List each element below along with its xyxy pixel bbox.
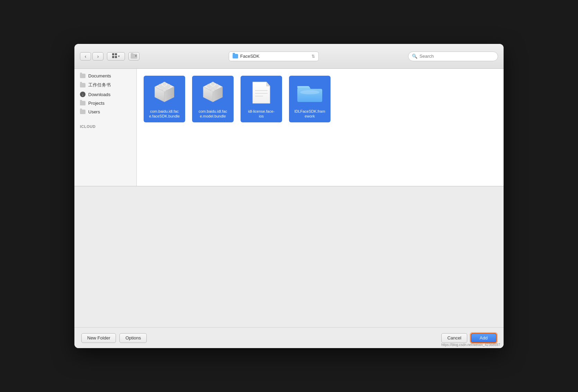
folder-icon [80, 74, 85, 78]
svg-text:+: + [135, 54, 137, 58]
svg-point-26 [300, 90, 319, 94]
add-button[interactable]: Add [471, 333, 497, 343]
svg-point-9 [163, 82, 166, 85]
sidebar-item-label: Users [88, 109, 100, 114]
bundle-icon [199, 78, 227, 106]
bottom-left-buttons: New Folder Options [81, 333, 147, 343]
bottom-right-buttons: Cancel Add [441, 333, 497, 343]
sidebar-item-label: Projects [88, 101, 105, 106]
folder-icon [80, 101, 85, 105]
svg-rect-2 [112, 56, 114, 58]
download-icon: ↓ [80, 92, 85, 97]
file-item[interactable]: com.baidu.idl.face.model.bundle [192, 76, 234, 122]
file-label: idl-license.face-ios [247, 108, 276, 120]
location-bar[interactable]: FaceSDK ⇅ [229, 52, 319, 61]
file-label: com.baidu.idl.face.model.bundle [197, 108, 229, 120]
location-content: FaceSDK [233, 54, 260, 59]
nav-buttons: ‹ › [80, 52, 103, 60]
toolbar: ‹ › ▾ + [74, 44, 504, 69]
new-folder-button[interactable]: New Folder [81, 333, 116, 343]
svg-rect-0 [112, 53, 114, 55]
svg-point-13 [163, 88, 166, 92]
bottom-bar: New Folder Options Cancel Add [74, 327, 504, 348]
svg-point-18 [211, 82, 215, 85]
grid-icon [112, 53, 117, 59]
sidebar-item-label: Documents [88, 73, 111, 78]
sidebar-item-downloads[interactable]: ↓ Downloads [74, 90, 136, 99]
file-label: com.baidu.idl.face.faceSDK.bundle [148, 108, 181, 120]
bundle-icon [151, 78, 178, 106]
file-item[interactable]: IDLFaceSDK.framework [289, 76, 331, 122]
forward-button[interactable]: › [92, 52, 103, 60]
folder-blue-icon [296, 78, 324, 106]
file-label: IDLFaceSDK.framework [293, 108, 326, 120]
svg-rect-1 [115, 53, 117, 55]
location-folder-icon [233, 54, 238, 58]
svg-rect-3 [115, 56, 117, 58]
lower-pane [74, 186, 504, 327]
options-button[interactable]: Options [119, 333, 147, 343]
search-input[interactable] [419, 54, 494, 59]
dialog-split: Documents 工作任务书 ↓ Downloads Projects Use… [74, 69, 504, 327]
sidebar-item-tasks[interactable]: 工作任务书 [74, 80, 136, 90]
sidebar: Documents 工作任务书 ↓ Downloads Projects Use… [74, 69, 137, 186]
forward-icon: › [97, 54, 99, 59]
icloud-section-label: iCloud [74, 122, 136, 130]
file-grid: com.baidu.idl.face.faceSDK.bundle [144, 76, 497, 122]
upper-pane: Documents 工作任务书 ↓ Downloads Projects Use… [74, 69, 504, 186]
location-name: FaceSDK [240, 54, 260, 59]
new-folder-icon: + [130, 53, 137, 60]
back-icon: ‹ [85, 54, 87, 59]
svg-point-22 [211, 88, 215, 92]
folder-icon [80, 110, 85, 114]
sidebar-item-documents[interactable]: Documents [74, 72, 136, 80]
cancel-button[interactable]: Cancel [441, 333, 467, 343]
sidebar-item-label: 工作任务书 [88, 82, 111, 88]
search-icon: 🔍 [412, 54, 417, 59]
file-area[interactable]: com.baidu.idl.face.faceSDK.bundle [137, 69, 504, 186]
document-icon [247, 78, 275, 106]
view-mode-button[interactable]: ▾ [107, 52, 125, 60]
location-chevron-icon: ⇅ [311, 54, 315, 59]
search-bar[interactable]: 🔍 [408, 52, 498, 61]
sidebar-item-projects[interactable]: Projects [74, 99, 136, 108]
new-folder-toolbar-button[interactable]: + [128, 52, 139, 60]
watermark: https://blog.csdn.net/weixin_42368597 [441, 343, 500, 347]
back-button[interactable]: ‹ [80, 52, 91, 60]
view-chevron-icon: ▾ [118, 54, 120, 58]
file-item[interactable]: idl-license.face-ios [241, 76, 282, 122]
file-item[interactable]: com.baidu.idl.face.faceSDK.bundle [144, 76, 185, 122]
sidebar-item-users[interactable]: Users [74, 108, 136, 116]
sidebar-item-label: Downloads [88, 92, 110, 97]
folder-icon [80, 83, 85, 87]
dialog-window: ‹ › ▾ + [74, 44, 504, 348]
